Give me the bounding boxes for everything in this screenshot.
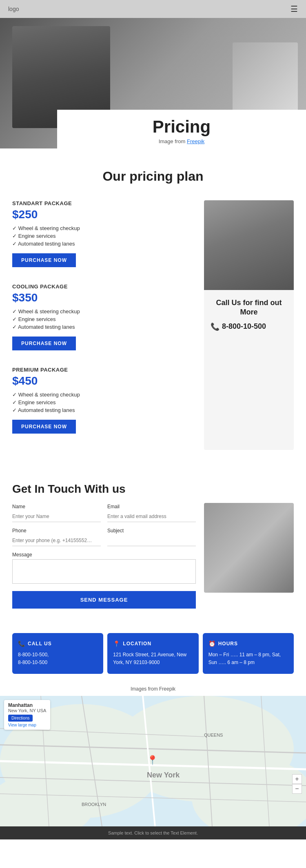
package-cooling-features: Wheel & steering checkup Engine services…: [12, 308, 196, 331]
info-card-call: 📞 CALL US 8-800-10-500, 8-800-10-500: [12, 633, 103, 674]
message-label: Message: [12, 552, 196, 558]
pricing-section-title: Our pricing plan: [12, 169, 294, 184]
purchase-now-button-cooling[interactable]: PURCHASE NOW: [12, 337, 76, 350]
svg-text:QUEENS: QUEENS: [204, 733, 223, 737]
contact-title: Get In Touch With us: [12, 483, 196, 496]
form-group-subject: Subject: [107, 528, 196, 546]
info-card-hours: ⏰ HOURS Mon – Fri ….. 11 am – 8 pm, Sat,…: [203, 633, 294, 674]
freepik-link[interactable]: Freepik: [187, 138, 204, 144]
package-standart-features: Wheel & steering checkup Engine services…: [12, 224, 196, 248]
package-cooling-price: $350: [12, 291, 196, 304]
pricing-section: Our pricing plan STANDART PACKAGE $250 W…: [0, 148, 306, 466]
sidebar-cta-box: Call Us for find out More 📞 8-800-10-500: [204, 290, 294, 339]
sidebar-phone-number: 8-800-10-500: [222, 322, 266, 331]
hero-subtitle: Image from Freepik: [65, 138, 298, 144]
package-premium: PREMIUM PACKAGE $450 Wheel & steering ch…: [12, 367, 196, 438]
info-cards: 📞 CALL US 8-800-10-500, 8-800-10-500 📍 L…: [0, 625, 306, 682]
package-premium-features: Wheel & steering checkup Engine services…: [12, 391, 196, 414]
map-state: New York, NY USA: [8, 708, 46, 713]
info-card-call-title: 📞 CALL US: [18, 640, 98, 647]
sidebar-cta-text: Call Us for find out More: [211, 298, 287, 317]
name-label: Name: [12, 504, 101, 509]
send-message-button[interactable]: SEND MESSAGE: [12, 591, 196, 609]
package-standart: STANDART PACKAGE $250 Wheel & steering c…: [12, 200, 196, 271]
feature-item: Automated testing lanes: [12, 240, 196, 248]
zoom-in-button[interactable]: +: [292, 774, 302, 784]
form-group-name: Name: [12, 504, 101, 522]
contact-section: Get In Touch With us Name Email Phone Su…: [0, 466, 306, 625]
form-group-message: Message: [12, 552, 196, 591]
map-zoom-controls: + −: [292, 774, 302, 794]
subject-label: Subject: [107, 528, 196, 534]
logo: logo: [8, 6, 19, 12]
package-cooling: COOLING PACKAGE $350 Wheel & steering ch…: [12, 283, 196, 354]
phone-input[interactable]: [12, 535, 101, 546]
phone-label: Phone: [12, 528, 101, 534]
form-group-phone: Phone: [12, 528, 101, 546]
message-textarea[interactable]: [12, 559, 196, 584]
hero-title-box: Pricing Image from Freepik: [57, 110, 306, 148]
svg-text:📍: 📍: [147, 755, 158, 766]
contact-car-image: [204, 503, 294, 593]
form-row-phone-subject: Phone Subject: [12, 528, 196, 546]
zoom-out-button[interactable]: −: [292, 784, 302, 794]
phone-icon: 📞: [18, 640, 25, 647]
directions-button[interactable]: Directions: [8, 715, 33, 722]
location-icon: 📍: [113, 640, 120, 647]
header: logo ☰: [0, 0, 306, 18]
info-card-location-title: 📍 LOCATION: [113, 640, 193, 647]
package-standart-name: STANDART PACKAGE: [12, 200, 196, 206]
footer-text: Sample text. Click to select the Text El…: [108, 830, 198, 835]
package-standart-price: $250: [12, 208, 196, 221]
pricing-sidebar: Call Us for find out More 📞 8-800-10-500: [204, 200, 294, 450]
package-cooling-name: COOLING PACKAGE: [12, 283, 196, 290]
info-card-hours-content: Mon – Fri ….. 11 am – 8 pm, Sat, Sun …..…: [208, 651, 288, 666]
map-background: New York BROOKLYN QUEENS 📍 Manhattan New…: [0, 696, 306, 826]
info-card-location-content: 121 Rock Street, 21 Avenue, New York, NY…: [113, 651, 193, 666]
info-card-location: 📍 LOCATION 121 Rock Street, 21 Avenue, N…: [107, 633, 198, 674]
map-section[interactable]: New York BROOKLYN QUEENS 📍 Manhattan New…: [0, 696, 306, 826]
feature-item: Wheel & steering checkup: [12, 308, 196, 315]
purchase-now-button-premium[interactable]: PURCHASE NOW: [12, 420, 76, 434]
menu-button[interactable]: ☰: [290, 4, 298, 14]
view-large-map-link[interactable]: View large map: [8, 723, 46, 727]
feature-item: Automated testing lanes: [12, 406, 196, 414]
email-label: Email: [107, 504, 196, 509]
name-input[interactable]: [12, 511, 101, 522]
sidebar-phone: 📞 8-800-10-500: [211, 322, 287, 331]
footer-bar[interactable]: Sample text. Click to select the Text El…: [0, 826, 306, 839]
form-row-name-email: Name Email: [12, 504, 196, 522]
form-group-email: Email: [107, 504, 196, 522]
purchase-now-button-standart[interactable]: PURCHASE NOW: [12, 253, 76, 267]
email-input[interactable]: [107, 511, 196, 522]
feature-item: Automated testing lanes: [12, 323, 196, 331]
info-card-hours-title: ⏰ HOURS: [208, 640, 288, 647]
hero-section: Pricing Image from Freepik: [0, 18, 306, 148]
svg-text:BROOKLYN: BROOKLYN: [82, 802, 106, 807]
package-premium-price: $450: [12, 374, 196, 388]
hero-title: Pricing: [65, 117, 298, 137]
feature-item: Wheel & steering checkup: [12, 224, 196, 232]
svg-text:New York: New York: [147, 771, 180, 779]
subject-input[interactable]: [107, 535, 196, 546]
map-label: Manhattan New York, NY USA Directions Vi…: [4, 700, 50, 730]
pricing-packages: STANDART PACKAGE $250 Wheel & steering c…: [12, 200, 196, 450]
pricing-layout: STANDART PACKAGE $250 Wheel & steering c…: [12, 200, 294, 450]
phone-icon: 📞: [211, 322, 220, 331]
freepik-note: Images from Freepik: [0, 682, 306, 696]
map-city: Manhattan: [8, 702, 46, 708]
feature-item: Wheel & steering checkup: [12, 391, 196, 399]
feature-item: Engine services: [12, 232, 196, 240]
feature-item: Engine services: [12, 315, 196, 323]
info-card-call-content: 8-800-10-500, 8-800-10-500: [18, 651, 98, 666]
clock-icon: ⏰: [208, 640, 216, 647]
contact-form-area: Get In Touch With us Name Email Phone Su…: [12, 483, 196, 609]
feature-item: Engine services: [12, 399, 196, 406]
package-premium-name: PREMIUM PACKAGE: [12, 367, 196, 373]
sidebar-mechanic-image: [204, 200, 294, 290]
